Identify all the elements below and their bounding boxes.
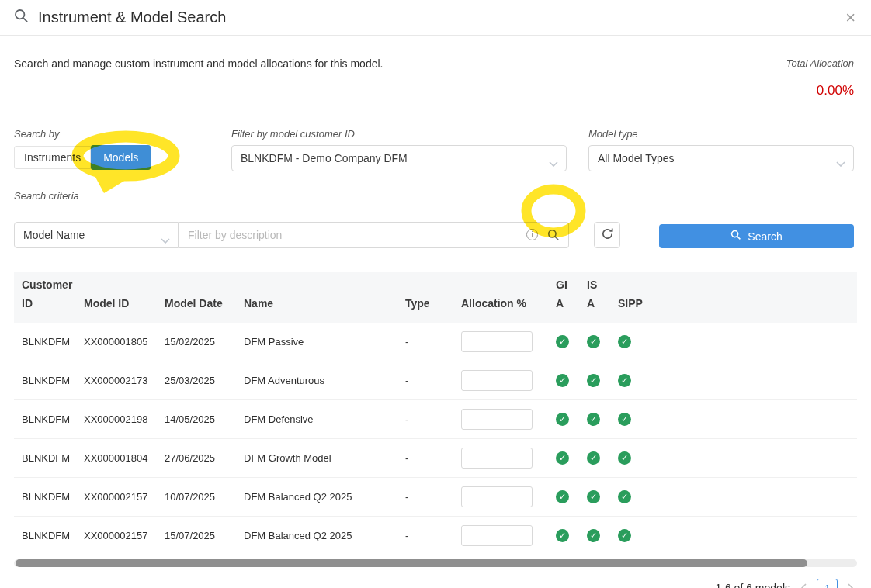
filters-section: Search by Instruments Models Filter by m… [0, 128, 871, 248]
cell-type: - [405, 491, 461, 503]
close-icon[interactable]: × [845, 9, 855, 26]
refresh-button[interactable] [594, 222, 620, 248]
customer-filter-value: BLNKDFM - Demo Company DFM [241, 152, 408, 164]
cell-name: DFM Balanced Q2 2025 [244, 530, 405, 541]
customer-filter-select[interactable]: BLNKDFM - Demo Company DFM [231, 145, 567, 171]
cell-model-id: XX000001804 [84, 452, 165, 464]
search-by-label: Search by [14, 128, 231, 140]
cell-name: DFM Passive [244, 336, 405, 348]
sipp-check-icon [618, 413, 631, 426]
cell-type: - [405, 336, 461, 348]
allocation-input[interactable] [461, 448, 533, 469]
cell-gia [556, 529, 587, 542]
table-row: BLNKDFM XX000002157 10/07/2025 DFM Balan… [14, 478, 857, 517]
cell-gia [556, 374, 587, 387]
cell-type: - [405, 530, 461, 541]
cell-isa [587, 529, 618, 542]
cell-model-date: 25/03/2025 [165, 375, 244, 386]
allocation-input[interactable] [461, 331, 533, 352]
allocation-input[interactable] [461, 370, 533, 391]
model-type-group: Model type All Model Types [588, 128, 854, 171]
allocation-input[interactable] [461, 525, 533, 546]
model-type-select[interactable]: All Model Types [588, 145, 854, 171]
isa-check-icon [587, 451, 600, 465]
allocation-input[interactable] [461, 409, 533, 430]
cell-customer-id: BLNKDFM [14, 413, 84, 425]
column-header-gia: GIA [556, 272, 587, 323]
chevron-down-icon [549, 157, 558, 169]
cell-sipp [618, 490, 658, 503]
column-header-model-id: Model ID [84, 272, 165, 323]
cell-name: DFM Adventurous [244, 375, 405, 386]
cell-gia [556, 335, 587, 348]
cell-type: - [405, 375, 461, 386]
criteria-group: Model Name [14, 222, 179, 248]
refresh-icon [601, 227, 614, 243]
cell-sipp [618, 335, 658, 348]
results-table: Customer ID Model ID Model Date Name Typ… [14, 272, 857, 555]
cell-name: DFM Defensive [244, 413, 405, 425]
column-header-allocation: Allocation % [461, 272, 556, 323]
total-allocation-label: Total Allocation [786, 57, 854, 69]
column-header-sipp: SIPP [618, 272, 658, 323]
models-toggle-button[interactable]: Models [91, 145, 151, 170]
sipp-check-icon [618, 490, 631, 503]
cell-isa [587, 374, 618, 387]
allocation-input[interactable] [461, 486, 533, 507]
search-button-label: Search [748, 230, 782, 243]
info-icon [526, 229, 538, 240]
cell-sipp [618, 413, 658, 426]
cell-allocation [461, 409, 556, 430]
sipp-check-icon [618, 335, 631, 348]
cell-gia [556, 413, 587, 426]
cell-model-id: XX000002157 [84, 491, 165, 503]
description-text: Search and manage custom instrument and … [14, 57, 383, 99]
instruments-toggle-button[interactable]: Instruments [14, 146, 91, 169]
cell-allocation [461, 370, 556, 391]
cell-model-date: 27/06/2025 [165, 452, 244, 464]
model-type-label: Model type [588, 128, 854, 140]
search-icon [14, 9, 29, 26]
cell-gia [556, 490, 587, 503]
cell-allocation [461, 448, 556, 469]
cell-gia [556, 451, 587, 465]
customer-filter-label: Filter by model customer ID [231, 128, 567, 140]
criteria-value: Model Name [23, 229, 85, 241]
intro-section: Search and manage custom instrument and … [0, 36, 871, 99]
table-row: BLNKDFM XX000002198 14/05/2025 DFM Defen… [14, 400, 857, 439]
column-header-type: Type [405, 272, 461, 323]
chevron-right-icon[interactable] [848, 583, 854, 588]
isa-check-icon [587, 335, 600, 348]
chevron-left-icon[interactable] [800, 583, 807, 588]
chevron-down-icon [161, 233, 170, 246]
cell-customer-id: BLNKDFM [14, 491, 84, 503]
cell-model-id: XX000002198 [84, 413, 165, 425]
cell-model-date: 15/02/2025 [165, 336, 244, 348]
table-header-row: Customer ID Model ID Model Date Name Typ… [14, 272, 857, 323]
criteria-select[interactable]: Model Name [14, 222, 179, 248]
customer-filter-group: Filter by model customer ID BLNKDFM - De… [231, 128, 567, 171]
column-header-name: Name [244, 272, 405, 323]
page-number[interactable]: 1 [817, 579, 838, 588]
description-filter-input[interactable] [179, 222, 569, 248]
input-search-icon[interactable] [547, 229, 560, 244]
column-header-customer-id: Customer ID [14, 272, 84, 323]
gia-check-icon [556, 374, 569, 387]
cell-sipp [618, 374, 658, 387]
pagination: 1-6 of 6 models 1 [716, 579, 855, 588]
cell-allocation [461, 331, 556, 352]
dialog-footer: Maximum instrument & model allocation of… [0, 567, 871, 588]
scrollbar-thumb[interactable] [16, 559, 807, 567]
search-criteria-label: Search criteria [14, 190, 854, 202]
search-button[interactable]: Search [659, 224, 854, 248]
isa-check-icon [587, 529, 600, 542]
cell-customer-id: BLNKDFM [14, 530, 84, 541]
isa-check-icon [587, 490, 600, 503]
isa-check-icon [587, 413, 600, 426]
gia-check-icon [556, 490, 569, 503]
cell-customer-id: BLNKDFM [14, 375, 84, 386]
horizontal-scrollbar [14, 559, 857, 567]
cell-model-date: 14/05/2025 [165, 413, 244, 425]
cell-type: - [405, 452, 461, 464]
gia-check-icon [556, 335, 569, 348]
